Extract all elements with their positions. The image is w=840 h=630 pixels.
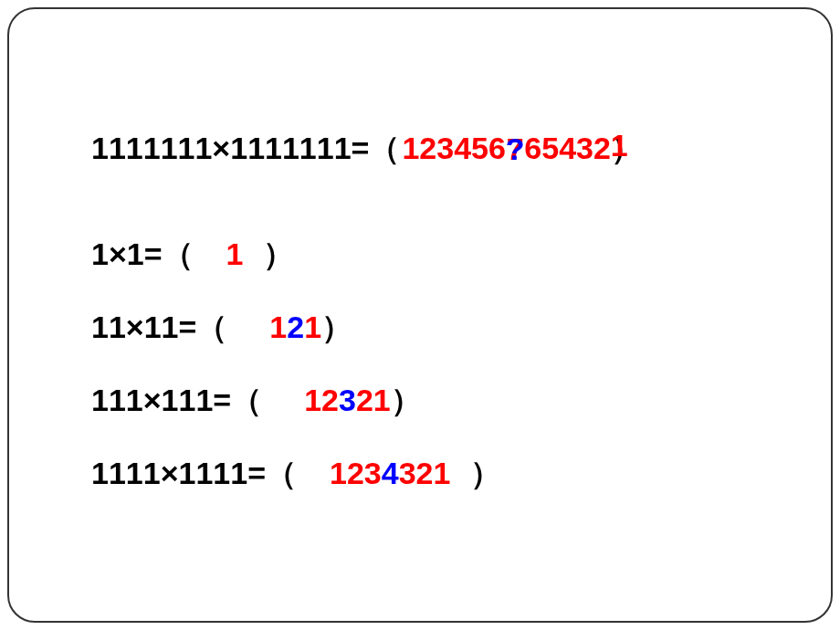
- answer-middle: 2: [287, 310, 304, 345]
- answer-group: 123456 7 ? 0 65432 1 ）: [402, 128, 641, 170]
- close-paren: ）: [391, 380, 424, 422]
- open-paren: （: [369, 128, 402, 170]
- answer-part-2: 1: [304, 310, 321, 345]
- answer-part-2: 21: [356, 383, 391, 418]
- open-paren: （: [196, 307, 229, 349]
- answer-suffix: 65432: [524, 131, 611, 166]
- equation-row-3: 11×11= （ 1 2 1 ）: [91, 307, 785, 349]
- close-stack: 1 ）: [611, 128, 642, 170]
- answer-part-1: 1: [269, 310, 287, 345]
- content-area: 1111111×1111111= （ 123456 7 ? 0 65432 1 …: [91, 128, 785, 495]
- equation-label: 111×111=: [91, 383, 231, 418]
- close-paren: ）: [470, 453, 503, 495]
- answer: 1: [226, 236, 244, 272]
- answer-part-1: 12: [304, 383, 339, 418]
- answer-last: 1: [611, 128, 628, 163]
- answer-middle: 4: [382, 456, 399, 491]
- answer-prefix: 123456: [402, 131, 505, 166]
- answer-middle: 3: [339, 383, 356, 418]
- equation-label: 1111×1111=: [91, 456, 266, 491]
- close-paren: ）: [263, 234, 296, 276]
- answer-part-2: 321: [399, 456, 451, 491]
- equation-label: 1111111×1111111=: [91, 131, 369, 166]
- answer-mid-over: ?: [506, 131, 525, 166]
- equation-label: 1×1=: [91, 236, 163, 272]
- close-paren: ）: [321, 307, 354, 349]
- equation-label: 11×11=: [91, 310, 196, 345]
- open-paren: （: [163, 234, 195, 276]
- equation-row-2: 1×1= （ 1 ）: [91, 234, 785, 276]
- middle-digit-stack: 7 ? 0: [506, 131, 524, 166]
- answer-part-1: 123: [330, 456, 382, 491]
- open-paren: （: [231, 380, 264, 422]
- equation-row-4: 111×111= （ 12 3 21 ）: [91, 380, 785, 422]
- equation-row-1: 1111111×1111111= （ 123456 7 ? 0 65432 1 …: [91, 128, 785, 170]
- equation-row-5: 1111×1111= （ 123 4 321 ）: [91, 453, 785, 495]
- open-paren: （: [266, 453, 299, 495]
